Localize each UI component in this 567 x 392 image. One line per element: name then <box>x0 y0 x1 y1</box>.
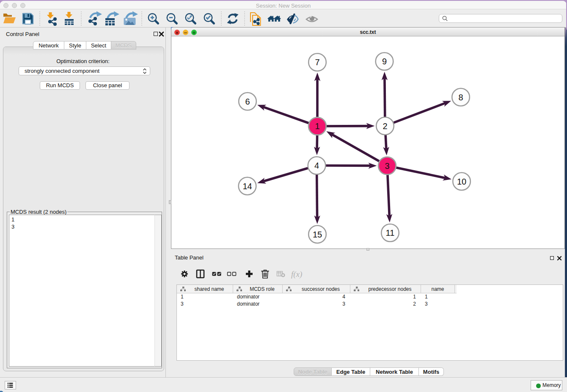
svg-text:10: 10 <box>457 177 466 186</box>
svg-text:2: 2 <box>383 121 387 131</box>
svg-text:11: 11 <box>386 228 395 237</box>
svg-text:3: 3 <box>385 161 389 171</box>
svg-text:9: 9 <box>382 57 387 66</box>
svg-text:f(x): f(x) <box>291 270 302 279</box>
svg-text:4: 4 <box>314 161 319 170</box>
svg-text:8: 8 <box>458 93 463 102</box>
svg-text:6: 6 <box>245 97 250 106</box>
svg-text:15: 15 <box>313 230 322 239</box>
svg-text:7: 7 <box>315 58 319 67</box>
svg-text:1: 1 <box>315 121 319 131</box>
svg-text:14: 14 <box>242 182 252 191</box>
